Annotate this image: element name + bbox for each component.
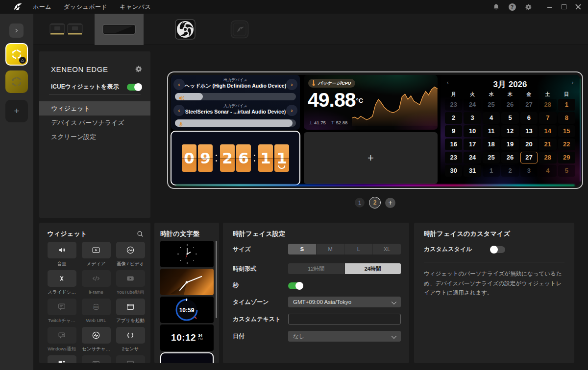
calendar-weekday: 日 (558, 91, 575, 98)
clock-face-settings-panel: 時計フェイス設定 サイズ S M L XL 時刻形式 12時間 24時間 秒 タ… (223, 223, 409, 363)
notifications-bell-icon[interactable] (491, 2, 500, 11)
widget-tile-chat[interactable] (48, 299, 76, 315)
custom-text-input[interactable] (288, 314, 401, 324)
settings-gear-icon[interactable] (524, 2, 533, 11)
calendar-title: 3月 2026 (493, 79, 527, 90)
widget-label: センサチャ… (82, 346, 110, 352)
widget-tile-sensor-gauge[interactable] (82, 327, 111, 344)
calendar-prev-icon[interactable]: ‹ (447, 80, 448, 85)
face-analog-dark[interactable] (160, 241, 214, 267)
widget-tile-globe[interactable]: www (82, 299, 111, 315)
calendar-day: 15 (558, 125, 575, 137)
page-dot-1[interactable]: 1 (355, 198, 365, 208)
widget-tile-bottom-bar[interactable] (116, 355, 145, 363)
widget-tile-code[interactable] (82, 270, 111, 287)
widget-library-item: YouTube動画 (116, 270, 145, 295)
calendar-widget[interactable]: ‹ 3月 2026 › 月火水木金土日 23242526272812345678… (441, 75, 580, 185)
nav-home[interactable]: ホーム (33, 3, 51, 11)
widget-tile-notification[interactable] (48, 327, 76, 344)
face-watch-ring[interactable]: 10:59 (160, 297, 214, 323)
audio-widget[interactable]: 出力デバイス ヘッドホン (High Definition Audio Devi… (171, 75, 300, 130)
device-tab-xeneon-edge-selected[interactable] (95, 14, 144, 45)
device-tab-memory[interactable] (43, 14, 90, 45)
page-add-button[interactable]: + (385, 198, 395, 208)
timezone-label: タイムゾーン (233, 298, 288, 306)
add-scene-button[interactable]: + (5, 100, 28, 122)
scene-tile-active[interactable]: ⌂ (5, 43, 28, 66)
calendar-day: 3 (464, 112, 481, 124)
device-tab-fan[interactable] (163, 14, 208, 45)
scene-tile-inactive[interactable] (5, 70, 28, 93)
cpu-sensor-label: パッケージ/CPU (318, 80, 351, 87)
rail-expand-button[interactable] (9, 23, 24, 38)
widget-tile-app-window[interactable] (116, 299, 145, 315)
widget-tile-image[interactable] (116, 242, 145, 258)
calendar-day: 26 (501, 99, 518, 111)
widget-label: Twitchチャ… (48, 318, 75, 324)
format-option-12h[interactable]: 12時間 (288, 263, 345, 274)
widget-grid: 音量メディア画像 / ビデオスライドシ…iFrameYouTube動画Twitc… (47, 242, 145, 363)
customize-title: 時計フェイスのカスタマイズ (424, 230, 510, 238)
calendar-day: 16 (445, 139, 462, 150)
size-option-s[interactable]: S (288, 244, 317, 254)
widget-tile-slideshow[interactable] (48, 270, 76, 287)
add-widget-slot[interactable]: + (304, 132, 438, 184)
input-volume-slider[interactable] (175, 119, 296, 127)
widget-tile-speaker[interactable] (48, 242, 76, 258)
widget-library-item: Windows通知 (47, 327, 76, 352)
custom-style-toggle[interactable] (490, 246, 505, 253)
input-volume-fill (175, 119, 293, 127)
output-prev-button[interactable]: ‹ (173, 79, 185, 90)
widget-tile-two-sensor[interactable] (116, 327, 145, 344)
search-icon[interactable] (137, 231, 144, 237)
nav-dashboard[interactable]: ダッシュボード (64, 3, 107, 11)
calendar-day: 17 (464, 139, 481, 150)
calendar-day: 26 (501, 152, 518, 163)
face-flip-selected[interactable] (160, 352, 214, 363)
seconds-toggle[interactable] (288, 282, 303, 289)
size-option-xl[interactable]: XL (373, 244, 401, 254)
widget-tile-media-play[interactable] (82, 242, 111, 258)
face-analog-orange[interactable] (160, 269, 214, 295)
help-icon[interactable]: ? (508, 2, 516, 11)
timezone-select[interactable]: GMT+09:00 Asia/Tokyo (288, 297, 401, 307)
widget-tile-layout-tiles[interactable] (48, 355, 76, 363)
input-prev-button[interactable]: ‹ (173, 105, 185, 116)
date-select[interactable]: なし (288, 331, 401, 342)
flip-clock-digit: 6 (236, 144, 251, 172)
device-gear-icon[interactable] (135, 65, 143, 75)
device-tab-keyboard[interactable] (218, 14, 262, 45)
calendar-weekday: 火 (464, 91, 481, 98)
format-option-24h[interactable]: 24時間 (345, 263, 401, 274)
flip-clock-digit: 9 (198, 144, 213, 172)
menu-item-device-personalize[interactable]: デバイス パーソナライズ (39, 116, 150, 130)
close-button[interactable] (575, 4, 581, 10)
output-volume-slider[interactable] (175, 93, 296, 100)
face-digital[interactable]: 10:12 34 PM (160, 324, 214, 351)
clock-face-customize-panel: 時計フェイスのカスタマイズ カスタムスタイル ウィジェットのパーソナライズが無効… (414, 223, 574, 363)
menu-item-screen-settings[interactable]: スクリーン設定 (39, 130, 150, 144)
size-option-m[interactable]: M (317, 244, 345, 254)
clock-widget-selected[interactable]: 092611 (171, 131, 300, 185)
svg-text:10:59: 10:59 (179, 307, 195, 314)
flip-clock: 092611 (172, 132, 299, 185)
calendar-day: 1 (558, 99, 575, 111)
widget-library-panel: ウィジェット 音量メディア画像 / ビデオスライドシ…iFrameYouTube… (39, 223, 150, 363)
widget-library-item (116, 355, 145, 363)
menu-item-widgets[interactable]: ウィジェット (39, 101, 150, 116)
calendar-next-icon[interactable]: › (572, 80, 573, 85)
widget-tile-youtube[interactable] (116, 270, 145, 287)
minimize-button[interactable] (547, 4, 553, 10)
input-device-row: 入力デバイス SteelSeries Sonar - ...irtual Aud… (171, 103, 300, 115)
maximize-button[interactable] (561, 4, 567, 10)
output-next-button[interactable]: › (286, 79, 297, 90)
page-dot-2-active[interactable]: 2 (369, 197, 381, 208)
nav-canvas[interactable]: キャンバス (120, 3, 151, 11)
input-next-button[interactable]: › (286, 105, 297, 116)
thermometer-icon (311, 80, 317, 87)
icue-widgets-toggle[interactable] (127, 84, 142, 91)
size-option-l[interactable]: L (345, 244, 373, 254)
faces-scrollbar[interactable] (216, 241, 217, 318)
widget-tile-form[interactable] (82, 355, 111, 363)
cpu-temp-widget[interactable]: パッケージ/CPU 49.88°C ⊥ 41.75 ⊤ 52.88 (304, 75, 438, 130)
